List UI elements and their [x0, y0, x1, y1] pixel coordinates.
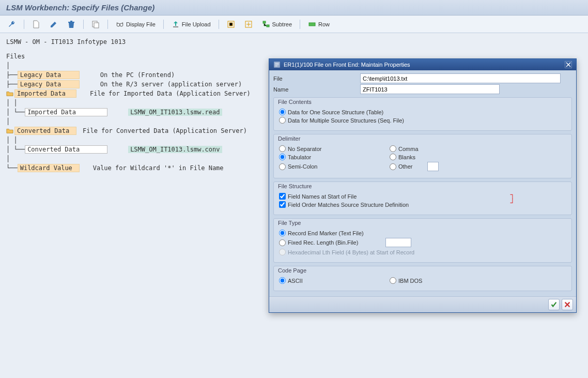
radio-fixed-length[interactable]	[279, 239, 286, 246]
svg-rect-4	[173, 26, 178, 27]
radio-label: Semi-Colon	[288, 163, 317, 170]
radio-label: No Separator	[288, 146, 321, 152]
check-icon	[550, 301, 558, 308]
ok-button[interactable]	[548, 299, 560, 310]
fixed-length-input[interactable]	[385, 238, 411, 247]
radio-label: Data for Multiple Source Structures (Seq…	[288, 117, 404, 124]
row-button[interactable]: Row	[304, 18, 333, 31]
trash-icon	[67, 20, 75, 28]
node-label: Legacy Data	[18, 80, 80, 88]
execute-button[interactable]	[4, 18, 20, 31]
radio-label: Fixed Rec. Length (Bin.File)	[288, 239, 383, 246]
expand-icon	[244, 20, 253, 28]
svg-rect-8	[267, 25, 269, 27]
radio-hex	[279, 249, 286, 255]
folder-open-icon	[6, 127, 13, 134]
breadcrumb: LSMW - OM - IT1013 Infotype 1013	[6, 37, 582, 47]
radio-comma[interactable]	[390, 145, 396, 152]
file-label: File	[273, 75, 360, 82]
dialog-titlebar[interactable]: ER1(1)/100 File on Front End: Maintain P…	[269, 59, 576, 70]
radio-ascii[interactable]	[279, 277, 286, 284]
group-file-type: File Type Record End Marker (Text File) …	[273, 218, 572, 263]
dialog-body: File Name File Contents Data for One Sou…	[269, 70, 576, 296]
edit-button[interactable]	[46, 18, 61, 31]
other-delimiter-input[interactable]	[427, 162, 439, 171]
check-label: Field Order Matches Source Structure Def…	[288, 202, 409, 208]
toolbar: Display File File Upload Subtree Row	[0, 16, 588, 33]
group-legend: File Contents	[278, 99, 312, 105]
node-label: Legacy Data	[18, 71, 80, 79]
file-input[interactable]	[360, 73, 561, 83]
radio-semicolon[interactable]	[279, 163, 286, 170]
display-file-button[interactable]: Display File	[112, 18, 159, 31]
node-desc: On the PC (Frontend)	[100, 71, 175, 79]
node-desc: Value for Wildcard '*' in File Name	[93, 164, 224, 172]
radio-label: IBM DOS	[398, 278, 422, 284]
name-input[interactable]	[360, 84, 500, 94]
file-value: LSMW_OM_IT1013.lsmw.read	[128, 109, 222, 116]
properties-dialog: ER1(1)/100 File on Front End: Maintain P…	[269, 58, 577, 313]
radio-label: Other	[398, 163, 413, 170]
radio-blanks[interactable]	[390, 154, 396, 160]
group-legend: Code Page	[278, 267, 306, 274]
dialog-footer	[269, 296, 576, 312]
svg-rect-1	[94, 23, 99, 28]
node-label: Imported Data	[14, 89, 76, 98]
group-delimiter: Delimiter No Separator Comma Tabulator B…	[273, 134, 572, 178]
group-file-contents: File Contents Data for One Source Struct…	[273, 97, 572, 131]
delete-button[interactable]	[64, 18, 79, 31]
radio-record-end[interactable]	[279, 230, 286, 236]
separator	[163, 20, 164, 29]
page-title: LSM Workbench: Specify Files (Change)	[6, 3, 582, 12]
bracket-icon: ┐	[510, 190, 515, 199]
file-value: LSMW_OM_IT1013.lsmw.conv	[128, 146, 222, 153]
create-button[interactable]	[28, 18, 44, 31]
radio-label: Hexadecimal Lth Field (4 Bytes) at Start…	[288, 249, 414, 255]
close-icon	[566, 62, 571, 67]
radio-other[interactable]	[390, 163, 396, 170]
tree-icon	[262, 20, 270, 28]
subtree-button[interactable]: Subtree	[258, 18, 296, 31]
svg-point-3	[120, 23, 123, 26]
dialog-icon	[273, 61, 281, 68]
expand-button[interactable]	[241, 18, 256, 31]
radio-tabulator[interactable]	[279, 154, 286, 160]
file-upload-button[interactable]: File Upload	[168, 18, 214, 31]
node-child-label: Imported Data	[25, 108, 107, 116]
separator	[300, 20, 300, 29]
name-label: Name	[273, 86, 360, 93]
group-code-page: Code Page ASCII IBM DOS	[273, 266, 572, 291]
app-header: LSM Workbench: Specify Files (Change)	[0, 0, 588, 16]
separator	[219, 20, 219, 29]
svg-point-2	[117, 23, 120, 26]
check-field-names[interactable]	[279, 193, 286, 200]
cancel-icon	[564, 301, 571, 308]
collapse-button[interactable]	[223, 18, 239, 31]
folder-open-icon	[6, 90, 13, 97]
close-button[interactable]	[565, 61, 572, 68]
radio-no-separator[interactable]	[279, 145, 286, 152]
new-page-icon	[32, 20, 40, 28]
row-icon	[308, 20, 316, 28]
file-row: File	[273, 73, 574, 83]
cancel-button[interactable]	[562, 299, 573, 310]
radio-single-structure[interactable]	[279, 109, 286, 115]
node-desc: On the R/3 server (application server)	[100, 81, 242, 88]
copy-button[interactable]	[88, 18, 103, 31]
group-legend: File Type	[278, 220, 301, 226]
file-upload-label: File Upload	[182, 21, 211, 27]
separator	[83, 20, 84, 29]
wrench-icon	[8, 20, 16, 28]
radio-label: Record End Marker (Text File)	[288, 230, 364, 236]
node-desc: File for Converted Data (Application Ser…	[83, 127, 247, 134]
radio-ibm-dos[interactable]	[390, 277, 396, 284]
display-file-label: Display File	[126, 21, 156, 27]
subtree-label: Subtree	[272, 21, 292, 27]
dialog-title-text: ER1(1)/100 File on Front End: Maintain P…	[284, 62, 410, 68]
radio-multi-structure[interactable]	[279, 117, 286, 124]
svg-rect-9	[309, 23, 315, 26]
node-desc: File for Imported Data (Application Serv…	[90, 90, 251, 97]
collapse-icon	[227, 20, 235, 28]
check-field-order[interactable]	[279, 201, 286, 208]
svg-rect-7	[263, 21, 266, 23]
